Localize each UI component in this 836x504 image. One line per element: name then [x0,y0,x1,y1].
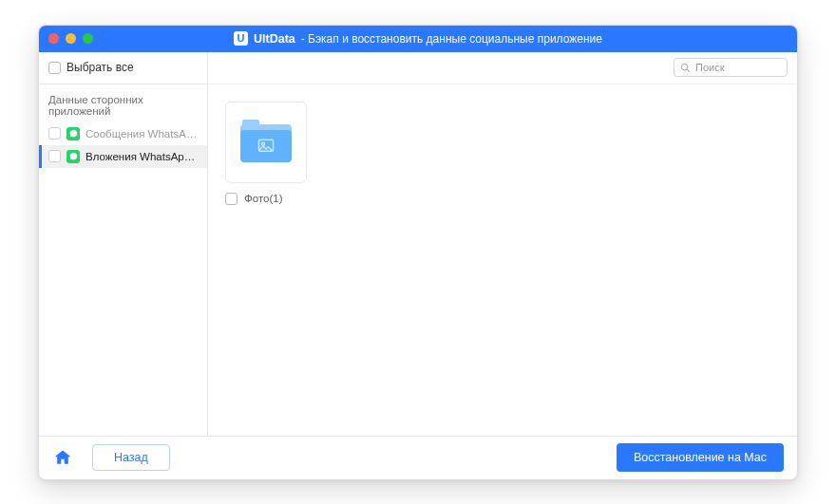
back-button-label: Назад [114,451,148,464]
app-name: UltData [254,32,295,46]
window-title: U UltData - Бэкап и восстановить данные … [234,31,602,46]
sidebar-item-messages[interactable]: Сообщения WhatsApp(0) [39,122,207,145]
search-icon [680,63,691,73]
folder-icon [240,122,292,162]
app-logo-icon: U [234,31,248,46]
home-icon [53,448,72,467]
svg-point-0 [681,64,687,69]
home-button[interactable] [52,447,73,468]
select-all-row[interactable]: Выбрать все [39,52,207,84]
thumbnail-caption-row: Фото(1) [225,193,780,205]
thumbnail-checkbox[interactable] [225,193,238,205]
sidebar: Выбрать все Данные сторонних приложений … [39,52,208,436]
search-placeholder: Поиск [695,62,724,73]
select-all-checkbox[interactable] [48,62,61,74]
whatsapp-icon [66,127,80,140]
folder-thumbnail[interactable] [225,102,307,183]
maximize-window-button[interactable] [83,33,93,44]
category-checkbox[interactable] [48,150,61,162]
app-subtitle: - Бэкап и восстановить данные социальные… [301,32,602,46]
main-panel: Поиск [208,52,797,436]
svg-line-1 [687,69,690,72]
title-bar: U UltData - Бэкап и восстановить данные … [39,26,797,52]
restore-button[interactable]: Восстановление на Mac [617,443,784,472]
restore-button-label: Восстановление на Mac [634,451,767,464]
sidebar-item-attachments[interactable]: Вложения WhatsApp(1) [39,145,207,168]
back-button[interactable]: Назад [92,444,170,471]
app-body: Выбрать все Данные сторонних приложений … [39,52,797,436]
image-icon [256,138,276,155]
sidebar-section-label: Данные сторонних приложений [39,84,207,122]
footer: Назад Восстановление на Mac [39,436,797,479]
minimize-window-button[interactable] [66,33,76,44]
app-window: U UltData - Бэкап и восстановить данные … [38,25,798,480]
whatsapp-icon [66,150,80,163]
toolbar: Поиск [208,52,797,84]
window-controls [48,33,93,44]
category-label: Сообщения WhatsApp(0) [86,128,198,140]
close-window-button[interactable] [48,33,59,44]
category-label: Вложения WhatsApp(1) [86,151,198,162]
svg-point-3 [262,142,265,145]
category-checkbox[interactable] [48,127,61,140]
search-input[interactable]: Поиск [674,58,788,77]
thumbnail-caption: Фото(1) [244,193,282,204]
select-all-label: Выбрать все [66,61,134,74]
content-area: Фото(1) [208,84,797,436]
